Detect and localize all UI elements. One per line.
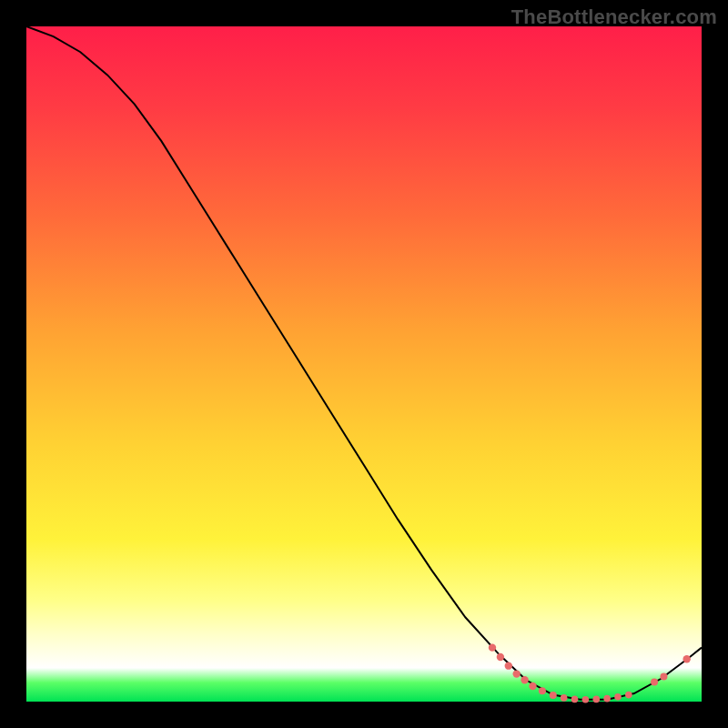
marker-dot — [505, 662, 512, 669]
marker-dot — [660, 673, 667, 681]
marker-dot — [614, 693, 622, 701]
marker-dot — [582, 696, 590, 703]
plot-area — [26, 26, 702, 702]
marker-dot — [682, 655, 690, 662]
marker-dot — [512, 670, 520, 677]
marker-dot — [592, 696, 600, 703]
marker-dot — [539, 687, 546, 694]
marker-dot — [529, 682, 536, 690]
marker-dot — [561, 694, 568, 702]
marker-dot — [603, 695, 611, 703]
marker-dot — [521, 676, 528, 683]
bottleneck-curve — [26, 26, 702, 700]
marker-dot — [489, 643, 496, 651]
chart-frame: TheBottlenecker.com — [0, 0, 728, 728]
watermark-text: TheBottlenecker.com — [511, 5, 717, 29]
marker-dot — [571, 696, 579, 703]
chart-svg — [26, 26, 702, 702]
marker-dot — [651, 678, 658, 685]
markers-group — [489, 643, 691, 703]
marker-dot — [625, 692, 632, 699]
marker-dot — [550, 692, 557, 699]
marker-dot — [497, 653, 504, 661]
